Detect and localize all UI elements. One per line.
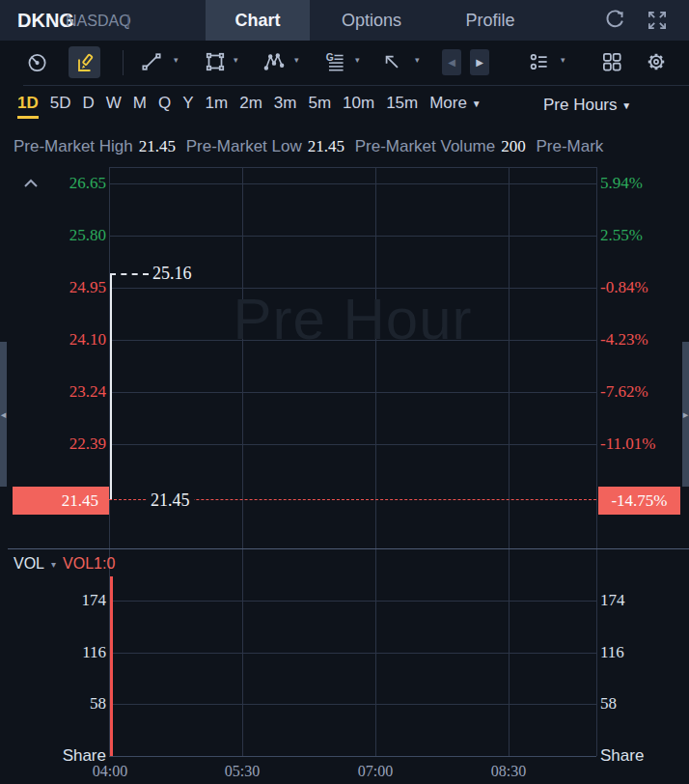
trend-line-tool-button[interactable] — [138, 48, 165, 75]
timeframe-15m[interactable]: 15m — [386, 94, 418, 119]
gann-lines-tool-button[interactable]: G — [322, 48, 349, 75]
info-label-truncated: Pre-Mark — [536, 137, 603, 155]
pencil-icon — [73, 51, 96, 74]
timeframe-5d[interactable]: 5D — [50, 94, 71, 119]
session-caret-icon: ▼ — [621, 100, 631, 111]
timeframe-more[interactable]: More ▼ — [429, 94, 481, 119]
drawings-list-button[interactable] — [525, 48, 552, 75]
trend-line-caret[interactable]: ▾ — [174, 55, 179, 65]
toolbar-divider — [123, 50, 124, 75]
timeframe-3m[interactable]: 3m — [274, 94, 297, 119]
fullscreen-icon[interactable] — [645, 8, 670, 33]
vol-caret-icon[interactable]: ▾ — [51, 559, 56, 570]
volume-bar — [110, 576, 113, 756]
exchange-label: NASDAQ — [66, 0, 131, 41]
premarket-info-bar: Pre-Market High21.45 Pre-Market Low21.45… — [14, 131, 689, 162]
timeframe-10m[interactable]: 10m — [343, 94, 374, 119]
gann-lines-caret[interactable]: ▾ — [355, 55, 360, 65]
volume-axis-label: 174 — [600, 591, 625, 610]
gauge-tool-button[interactable] — [23, 48, 50, 75]
tab-options[interactable]: Options — [328, 0, 415, 41]
drawings-list-caret[interactable]: ▾ — [561, 55, 565, 65]
volume-unit-label: Share — [0, 746, 106, 766]
timeframe-bar: 1D5DDWMQY1m2m3m5m10m15mMore ▼ — [17, 86, 482, 126]
settings-gear-button[interactable] — [643, 48, 670, 75]
arrow-tool-button[interactable] — [378, 48, 405, 75]
info-value: 21.45 — [139, 137, 176, 155]
info-value: 21.45 — [308, 137, 344, 155]
pane-separator[interactable] — [8, 548, 689, 549]
volume-axis-label: 116 — [600, 643, 624, 662]
price-axis[interactable] — [0, 167, 106, 548]
tab-chart[interactable]: Chart — [206, 0, 310, 41]
redo-button[interactable]: ▶ — [470, 49, 489, 75]
refresh-icon[interactable] — [602, 8, 627, 33]
divider: | — [126, 0, 130, 41]
chart-plot-area[interactable] — [109, 167, 596, 756]
pattern-tool-button[interactable] — [261, 48, 288, 75]
info-label: Pre-Market High — [14, 137, 133, 155]
layout-grid-button[interactable] — [598, 48, 625, 75]
arrow-tool-caret[interactable]: ▾ — [415, 55, 420, 65]
timeframe-d[interactable]: D — [82, 94, 94, 119]
price-line — [110, 273, 112, 500]
timeframe-q[interactable]: Q — [158, 94, 171, 119]
shape-tool-caret[interactable]: ▾ — [234, 55, 238, 65]
svg-text:G: G — [326, 52, 334, 63]
time-axis[interactable] — [109, 757, 596, 784]
vol-detail-label[interactable]: VOL1:0 — [63, 555, 115, 573]
timeframe-w[interactable]: W — [106, 94, 122, 119]
plot-right-border — [596, 167, 597, 756]
vol-label[interactable]: VOL — [14, 555, 44, 573]
timeframe-1m[interactable]: 1m — [206, 94, 229, 119]
timeframe-2m[interactable]: 2m — [239, 94, 262, 119]
timeframe-y[interactable]: Y — [182, 94, 193, 119]
prev-close-dashed-line — [110, 273, 149, 275]
timeframe-5m[interactable]: 5m — [308, 94, 331, 119]
volume-axis-label: 58 — [0, 694, 106, 714]
info-value: 200 — [501, 137, 526, 155]
timeframe-1d[interactable]: 1D — [17, 94, 39, 119]
shape-tool-button[interactable] — [202, 48, 229, 75]
session-selector[interactable]: Pre Hours ▼ — [543, 86, 631, 126]
timeframe-m[interactable]: M — [133, 94, 147, 119]
last-price-line-label: 21.45 — [147, 490, 194, 511]
pattern-tool-caret[interactable]: ▾ — [294, 55, 299, 65]
draw-pencil-button[interactable] — [69, 46, 100, 78]
volume-axis-label: 116 — [0, 643, 106, 662]
top-bar: DKNG NASDAQ | Chart Options Profile — [0, 0, 689, 41]
session-label: Pre Hours — [543, 96, 618, 114]
volume-axis-label: 58 — [600, 694, 617, 714]
prev-close-label: 25.16 — [152, 264, 192, 284]
volume-indicator-header: VOL ▾ VOL1:0 — [14, 552, 115, 575]
more-caret-icon: ▼ — [472, 98, 482, 109]
info-label: Pre-Market Volume — [355, 137, 496, 155]
percent-axis[interactable] — [598, 167, 689, 548]
volume-axis-label: 174 — [0, 591, 106, 610]
undo-button[interactable]: ◀ — [442, 49, 461, 75]
info-label: Pre-Market Low — [186, 137, 302, 155]
volume-unit-label: Share — [600, 746, 644, 766]
tab-profile[interactable]: Profile — [447, 0, 534, 41]
